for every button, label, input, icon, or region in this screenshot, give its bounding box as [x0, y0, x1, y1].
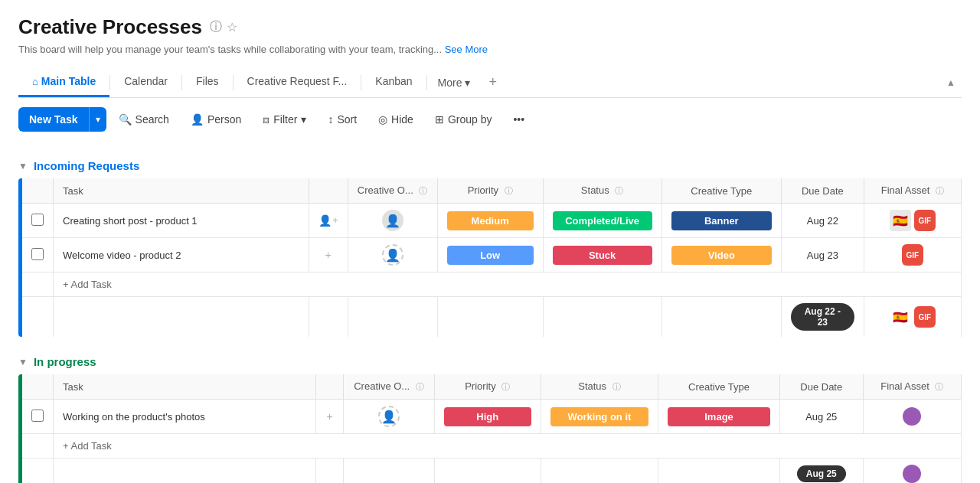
- search-icon: 🔍: [119, 113, 132, 126]
- filter-button[interactable]: ⧈ Filter ▾: [253, 108, 315, 132]
- final-asset-cell-1[interactable]: 🇪🇸 GIF: [864, 204, 961, 238]
- section-header-incoming: ▼ Incoming Requests: [18, 159, 962, 172]
- sort-icon: ↕: [328, 113, 333, 126]
- search-button[interactable]: 🔍 Search: [109, 108, 178, 131]
- summary-priority-cell: [437, 297, 543, 338]
- star-icon[interactable]: ☆: [227, 20, 237, 34]
- priority-badge-2: Low: [447, 246, 534, 265]
- hide-icon: ◎: [378, 113, 387, 126]
- info-icon-co-ip[interactable]: ⓘ: [416, 382, 424, 391]
- status-badge-2: Stuck: [553, 246, 652, 265]
- tab-collapse-button[interactable]: ▲: [940, 74, 962, 91]
- summary-due-date-cell-ip: Aug 25: [779, 459, 863, 484]
- summary-row-inprogress: Aug 25: [22, 459, 962, 484]
- creative-type-badge-2: Video: [671, 246, 772, 265]
- tab-more[interactable]: More ▾: [427, 69, 482, 96]
- creative-type-cell-2: Video: [662, 238, 781, 273]
- due-date-cell-3: Aug 25: [779, 400, 863, 434]
- task-name-cell-3: Working on the product's photos: [54, 400, 316, 434]
- new-task-dropdown-button[interactable]: ▾: [89, 107, 106, 132]
- creative-type-badge-3: Image: [668, 407, 769, 426]
- summary-row-incoming: Aug 22 - 23 🇪🇸 GIF: [22, 297, 962, 338]
- final-asset-cell-3[interactable]: [863, 400, 961, 434]
- summary-final-asset-cell-ip: [863, 459, 961, 484]
- new-task-button[interactable]: New Task: [18, 107, 89, 132]
- header-final-asset: Final Asset ⓘ: [864, 178, 961, 204]
- row-add-icon-3[interactable]: +: [316, 400, 344, 434]
- header-task-ip: Task: [54, 374, 316, 400]
- tabs-bar: ⌂Main Table Calendar Files Creative Requ…: [18, 67, 962, 98]
- header-priority: Priority ⓘ: [437, 178, 543, 204]
- info-icon-s-ip[interactable]: ⓘ: [612, 382, 621, 391]
- info-icon-fa-ip[interactable]: ⓘ: [935, 382, 943, 391]
- add-task-checkbox-cell: [22, 273, 54, 297]
- summary-checkbox-cell-ip: [22, 459, 54, 484]
- summary-owner-cell-ip: [344, 459, 435, 484]
- filter-icon: ⧈: [263, 113, 270, 126]
- creative-owner-cell-1[interactable]: 👤: [348, 204, 437, 238]
- row-add-icon-1[interactable]: 👤 +: [309, 204, 348, 238]
- summary-asset-icons: 🇪🇸 GIF: [874, 306, 952, 328]
- creative-owner-cell-3[interactable]: 👤: [344, 400, 435, 434]
- add-task-cell-inprogress[interactable]: + Add Task: [54, 434, 962, 459]
- more-options-button[interactable]: •••: [504, 108, 534, 131]
- header-priority-ip: Priority ⓘ: [434, 374, 541, 400]
- info-icon-priority[interactable]: ⓘ: [505, 186, 513, 195]
- section-bar-inprogress: [18, 374, 22, 483]
- section-bar-incoming: [18, 178, 22, 337]
- tab-kanban[interactable]: Kanban: [361, 67, 426, 97]
- header-status-ip: Status ⓘ: [541, 374, 658, 400]
- info-icon-creative-owner[interactable]: ⓘ: [419, 186, 427, 195]
- section-header-inprogress: ▼ In progress: [18, 355, 962, 368]
- toolbar: New Task ▾ 🔍 Search 👤 Person ⧈ Filter ▾ …: [18, 98, 962, 141]
- sort-button[interactable]: ↕ Sort: [318, 108, 366, 131]
- tab-creative-request[interactable]: Creative Request F...: [234, 67, 361, 97]
- add-task-cell-incoming[interactable]: + Add Task: [54, 273, 962, 297]
- section-toggle-inprogress[interactable]: ▼: [18, 357, 28, 367]
- section-toggle-incoming[interactable]: ▼: [18, 161, 28, 171]
- summary-add-cell: [309, 297, 348, 338]
- see-more-link[interactable]: See More: [445, 44, 488, 55]
- summary-creative-type-cell-ip: [658, 459, 779, 484]
- row-checkbox-3[interactable]: [31, 410, 44, 422]
- group-by-icon: ⊞: [435, 113, 444, 126]
- person-avatar-2[interactable]: 👤: [382, 244, 403, 266]
- info-icon-final-asset[interactable]: ⓘ: [936, 186, 944, 195]
- summary-circle-icon-ip: [903, 465, 921, 483]
- row-checkbox-cell-3: [22, 400, 54, 434]
- hide-button[interactable]: ◎ Hide: [369, 108, 423, 131]
- row-checkbox-1[interactable]: [31, 214, 44, 226]
- summary-status-cell-ip: [541, 459, 658, 484]
- table-row: Creating short post - product 1 👤 + 👤: [22, 204, 962, 238]
- section-title-inprogress: In progress: [34, 355, 96, 368]
- header-task: Task: [54, 178, 309, 204]
- page-container: Creative Processes ⓘ ☆ This board will h…: [0, 0, 980, 483]
- row-checkbox-2[interactable]: [31, 248, 44, 260]
- table-header-incoming: Task Creative O... ⓘ Priority ⓘ Status ⓘ: [22, 178, 962, 204]
- asset-circle-icon-3: [903, 407, 921, 426]
- row-add-icon-2[interactable]: +: [309, 238, 348, 273]
- person-avatar-1[interactable]: 👤: [382, 210, 403, 231]
- tab-add-button[interactable]: +: [481, 68, 505, 96]
- section-in-progress: ▼ In progress Task Creative O... ⓘ: [18, 355, 962, 483]
- person-avatar-3[interactable]: 👤: [378, 406, 400, 427]
- creative-type-cell-1: Banner: [662, 204, 781, 238]
- person-button[interactable]: 👤 Person: [181, 108, 250, 131]
- info-icon-p-ip[interactable]: ⓘ: [501, 382, 510, 391]
- tab-calendar[interactable]: Calendar: [110, 67, 181, 97]
- final-asset-cell-2[interactable]: GIF: [864, 238, 961, 273]
- creative-owner-cell-2[interactable]: 👤: [348, 238, 437, 273]
- group-by-button[interactable]: ⊞ Group by: [426, 108, 501, 131]
- tab-main-table[interactable]: ⌂Main Table: [18, 67, 109, 97]
- priority-cell-3: High: [434, 400, 541, 434]
- summary-asset-icons-ip: [873, 465, 952, 483]
- info-icon-status[interactable]: ⓘ: [615, 186, 623, 195]
- header-creative-type-ip: Creative Type: [658, 374, 779, 400]
- table-body-inprogress: Working on the product's photos + 👤 High: [22, 400, 962, 484]
- summary-creative-type-cell: [662, 297, 781, 338]
- tab-files[interactable]: Files: [182, 67, 233, 97]
- summary-add-cell-ip: [316, 459, 344, 484]
- header-creative-owner-ip: Creative O... ⓘ: [344, 374, 435, 400]
- header-creative-owner: Creative O... ⓘ: [348, 178, 437, 204]
- info-icon[interactable]: ⓘ: [210, 19, 222, 35]
